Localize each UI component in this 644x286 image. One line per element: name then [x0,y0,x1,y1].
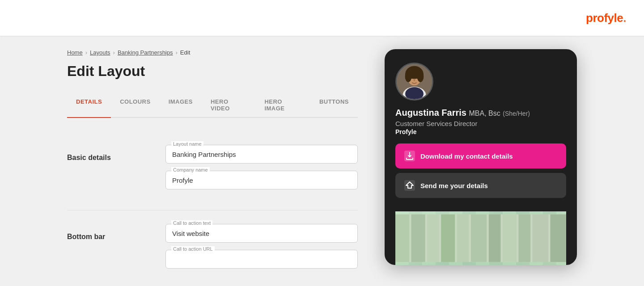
cta-url-input[interactable] [172,254,351,263]
profile-name-text: Augustina Farris [395,108,466,118]
right-panel: Augustina Farris MBA, Bsc (She/Her) Cust… [385,49,577,286]
share-icon [404,180,415,191]
svg-point-4 [405,87,424,101]
hero-image-inner [395,211,566,265]
breadcrumb-home[interactable]: Home [67,49,83,56]
svg-point-7 [417,71,424,82]
cta-text-group: Call to action text [165,224,358,243]
svg-rect-22 [518,214,530,262]
company-name-input[interactable] [172,175,351,184]
profile-section: Augustina Farris MBA, Bsc (She/Her) Cust… [395,63,566,211]
cta-url-group: Call to action URL [165,250,358,269]
bottom-bar-section: Bottom bar Call to action text Call to a… [67,210,358,286]
logo-text: profyle [586,11,623,25]
svg-rect-17 [441,214,455,262]
company-name-wrapper: Company name [165,171,358,189]
profile-company: Profyle [395,128,416,135]
breadcrumb: Home › Layouts › Banking Partnerships › … [67,49,358,56]
tab-details[interactable]: DETAILS [67,93,111,118]
svg-rect-18 [457,214,469,262]
profile-name: Augustina Farris MBA, Bsc (She/Her) [395,108,530,118]
svg-rect-21 [503,214,517,262]
layout-name-input[interactable] [172,149,351,158]
svg-rect-20 [489,214,501,262]
basic-details-section: Basic details Layout name Company name [67,131,358,210]
avatar-image [397,63,432,101]
svg-point-9 [416,76,418,79]
hero-image-preview [395,211,566,265]
download-contact-button[interactable]: Download my contact details [395,143,566,168]
svg-rect-19 [471,214,487,262]
tab-images[interactable]: IMAGES [160,93,202,118]
send-button-label: Send me your details [420,182,488,189]
breadcrumb-sep-3: › [176,49,178,56]
basic-details-label: Basic details [67,145,148,197]
svg-rect-24 [550,214,566,262]
main-content: Home › Layouts › Banking Partnerships › … [0,36,644,286]
page-title: Edit Layout [67,63,358,80]
logo: profyle. [586,11,626,25]
svg-rect-23 [532,214,548,262]
tab-buttons[interactable]: BUTTONS [310,93,358,118]
left-panel: Home › Layouts › Banking Partnerships › … [67,49,358,286]
tab-hero-image[interactable]: HERO IMAGE [255,93,310,118]
bottom-bar-fields: Call to action text Call to action URL [165,224,358,276]
svg-rect-16 [427,214,439,262]
cta-text-input[interactable] [172,228,351,237]
download-button-label: Download my contact details [420,152,513,160]
tab-colours[interactable]: COLOURS [111,93,160,118]
profile-title: Customer Services Director [395,120,477,127]
top-bar: profyle. [0,0,644,36]
breadcrumb-sep-2: › [113,49,115,56]
svg-point-10 [414,79,415,81]
cta-url-label: Call to action URL [171,246,215,252]
company-name-group: Company name [165,171,358,189]
breadcrumb-banking[interactable]: Banking Partnerships [118,49,173,56]
tab-hero-video[interactable]: HERO VIDEO [202,93,255,118]
download-icon [404,151,415,161]
logo-dot: . [623,11,626,25]
bottom-bar-label: Bottom bar [67,224,148,276]
svg-point-6 [405,71,412,82]
hero-image-svg [395,211,566,265]
svg-rect-14 [395,214,409,262]
cta-text-label: Call to action text [171,220,212,226]
breadcrumb-edit: Edit [180,49,190,56]
profile-credentials: MBA, Bsc [469,109,500,117]
avatar [395,63,433,101]
tabs-bar: DETAILS COLOURS IMAGES HERO VIDEO HERO I… [67,93,358,118]
breadcrumb-sep-1: › [85,49,87,56]
breadcrumb-layouts[interactable]: Layouts [90,49,110,56]
cta-url-wrapper: Call to action URL [165,250,358,269]
layout-name-label: Layout name [171,141,203,147]
basic-details-fields: Layout name Company name [165,145,358,197]
send-details-button[interactable]: Send me your details [395,173,566,198]
profile-pronouns: (She/Her) [503,110,530,117]
company-name-label: Company name [171,167,210,172]
avatar-wrapper [395,63,433,101]
device-mockup: Augustina Farris MBA, Bsc (She/Her) Cust… [385,49,577,265]
layout-name-group: Layout name [165,145,358,164]
svg-point-8 [411,76,413,79]
layout-name-wrapper: Layout name [165,145,358,164]
svg-rect-15 [411,214,425,262]
cta-text-wrapper: Call to action text [165,224,358,243]
